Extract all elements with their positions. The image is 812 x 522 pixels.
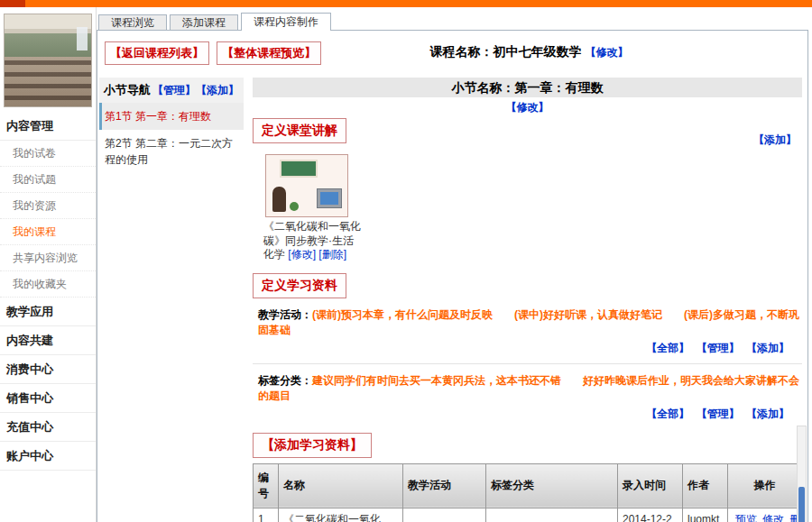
tags-all-link[interactable]: 【全部】 [646, 408, 689, 420]
scrollbar-thumb[interactable] [798, 487, 805, 522]
content-box: 【返回课程列表】 【整体课程预览】 课程名称：初中七年级数学 【修改】 小节导航… [97, 30, 808, 522]
lecture-delete-link[interactable]: [删除] [318, 248, 346, 261]
sidebar-item-my-resources[interactable]: 我的资源 [0, 193, 96, 219]
activity-all-link[interactable]: 【全部】 [646, 342, 689, 354]
cell-author: luomktc [683, 508, 728, 522]
sidebar-header-consumption-center[interactable]: 消费中心 [0, 355, 96, 384]
tags-manage-link[interactable]: 【管理】 [697, 408, 740, 420]
modify-link[interactable]: 修改 [762, 513, 784, 522]
course-modify-link[interactable]: 【修改】 [585, 46, 628, 59]
tags-text: 建议同学们有时间去买一本黄冈兵法，这本书还不错 好好昨晚课后作业，明天我会给大家… [258, 374, 799, 402]
thumbnail-art [290, 202, 299, 211]
sidebar: 内容管理 我的试卷 我的试题 我的资源 我的课程 共享内容浏览 我的收藏夹 教学… [0, 7, 97, 522]
define-lecture-title: 定义课堂讲解 [253, 118, 346, 143]
preview-link[interactable]: 预览 [735, 513, 757, 522]
materials-table: 编号 名称 教学活动 标签分类 录入时间 作者 操作 1 《二氧化碳和一氧化碳》… [253, 463, 802, 522]
sidebar-item-my-test-papers[interactable]: 我的试卷 [0, 141, 96, 167]
activity-text: (课前)预习本章，有什么问题及时反映 (课中)好好听课，认真做好笔记 (课后)多… [258, 308, 799, 336]
sidebar-header-sales-center[interactable]: 销售中心 [0, 384, 96, 413]
tab-strip: 课程浏览 添加课程 课程内容制作 [98, 13, 334, 31]
section-nav: 小节导航【管理】【添加】 第1节 第一章：有理数 第2节 第二章：一元二次方程的… [99, 78, 244, 173]
lecture-caption: 《二氧化碳和一氧化碳》同步教学·生活化学 [修改] [删除] [263, 220, 363, 262]
section-nav-title: 小节导航 [104, 83, 151, 96]
cell-name: 《二氧化碳和一氧化碳》同步教学·生活化学 [279, 508, 403, 522]
cell-id: 1 [254, 508, 279, 522]
sidebar-item-my-courses[interactable]: 我的课程 [0, 219, 96, 245]
column-header: 标签分类 [486, 463, 618, 508]
table-header-row: 编号 名称 教学活动 标签分类 录入时间 作者 操作 [254, 463, 802, 508]
sidebar-header-teaching-apps[interactable]: 教学应用 [0, 298, 96, 326]
classroom-photo [4, 14, 92, 107]
column-header: 编号 [254, 463, 279, 508]
section-nav-header: 小节导航【管理】【添加】 [99, 78, 244, 103]
top-accent-bar [0, 0, 812, 7]
cell-activity [403, 508, 486, 522]
column-header: 操作 [728, 463, 802, 508]
course-title-line: 课程名称：初中七年级数学 【修改】 [251, 44, 807, 60]
divider [253, 363, 802, 364]
section-nav-item-2[interactable]: 第2节 第二章：一元二次方程的使用 [99, 130, 244, 173]
main-area: 课程浏览 添加课程 课程内容制作 【返回课程列表】 【整体课程预览】 课程名称：… [97, 13, 812, 522]
thumbnail-art [280, 160, 318, 178]
photo-art [5, 60, 91, 106]
tab-course-browse[interactable]: 课程浏览 [98, 14, 167, 31]
activity-manage-link[interactable]: 【管理】 [697, 342, 740, 354]
column-header: 名称 [279, 463, 403, 508]
sidebar-item-my-favorites[interactable]: 我的收藏夹 [0, 271, 96, 298]
page: 内容管理 我的试卷 我的试题 我的资源 我的课程 共享内容浏览 我的收藏夹 教学… [0, 0, 812, 522]
activity-label: 教学活动： [258, 308, 312, 321]
sidebar-header-account-center[interactable]: 账户中心 [0, 442, 96, 471]
sidebar-item-shared-content[interactable]: 共享内容浏览 [0, 245, 96, 271]
add-material-button[interactable]: 【添加学习资料】 [253, 433, 372, 458]
lecture-modify-link[interactable]: [修改] [288, 248, 316, 261]
thumbnail-art [317, 188, 342, 208]
tab-add-course[interactable]: 添加课程 [170, 14, 238, 31]
thumbnail-art [320, 192, 338, 205]
tags-add-link[interactable]: 【添加】 [746, 408, 789, 420]
section-body: 小节名称：第一章：有理数 【修改】 定义课堂讲解 【添加】 [253, 78, 802, 522]
cell-tags [486, 508, 618, 522]
activity-block: 教学活动：(课前)预习本章，有什么问题及时反映 (课中)好好听课，认真做好笔记 … [258, 307, 800, 356]
activity-add-link[interactable]: 【添加】 [746, 342, 789, 354]
cell-time: 2014-12-27 [618, 508, 683, 522]
back-to-course-list-button[interactable]: 【返回课程列表】 [105, 41, 209, 65]
thumbnail-art [272, 187, 286, 212]
cell-operations: 预览修改删除 [728, 508, 802, 522]
lecture-heading-row: 定义课堂讲解 【添加】 [253, 118, 802, 145]
photo-art [77, 27, 88, 50]
tab-course-content[interactable]: 课程内容制作 [241, 13, 331, 31]
column-header: 作者 [683, 463, 728, 508]
sidebar-header-content-collab[interactable]: 内容共建 [0, 326, 96, 355]
add-lecture-link[interactable]: 【添加】 [753, 133, 797, 148]
section-modify-link[interactable]: 【修改】 [506, 101, 549, 114]
table-scrollbar[interactable] [797, 426, 807, 522]
sidebar-header-content-management[interactable]: 内容管理 [0, 112, 96, 141]
tags-block: 标签分类：建议同学们有时间去买一本黄冈兵法，这本书还不错 好好昨晚课后作业，明天… [258, 373, 800, 422]
materials-heading-row: 定义学习资料 [253, 273, 802, 298]
define-materials-title: 定义学习资料 [253, 273, 346, 298]
table-row: 1 《二氧化碳和一氧化碳》同步教学·生活化学 2014-12-27 luomkt… [254, 508, 802, 522]
lecture-item-card: 《二氧化碳和一氧化碳》同步教学·生活化学 [修改] [删除] [263, 154, 363, 262]
columns: 小节导航【管理】【添加】 第1节 第一章：有理数 第2节 第二章：一元二次方程的… [97, 78, 807, 522]
tags-label: 标签分类： [258, 374, 312, 387]
section-nav-add-link[interactable]: 【添加】 [196, 84, 239, 96]
column-header: 教学活动 [403, 463, 486, 508]
section-nav-manage-link[interactable]: 【管理】 [152, 84, 196, 96]
logo-block [0, 0, 25, 7]
section-name-bar: 小节名称：第一章：有理数 [253, 78, 802, 97]
course-title: 课程名称：初中七年级数学 [430, 44, 582, 59]
lecture-thumbnail[interactable] [265, 154, 348, 217]
sidebar-item-my-questions[interactable]: 我的试题 [0, 167, 96, 193]
section-nav-item-1[interactable]: 第1节 第一章：有理数 [99, 103, 244, 130]
sidebar-header-recharge-center[interactable]: 充值中心 [0, 413, 96, 442]
column-header: 录入时间 [618, 463, 683, 508]
content-header: 【返回课程列表】 【整体课程预览】 课程名称：初中七年级数学 【修改】 [97, 31, 807, 78]
